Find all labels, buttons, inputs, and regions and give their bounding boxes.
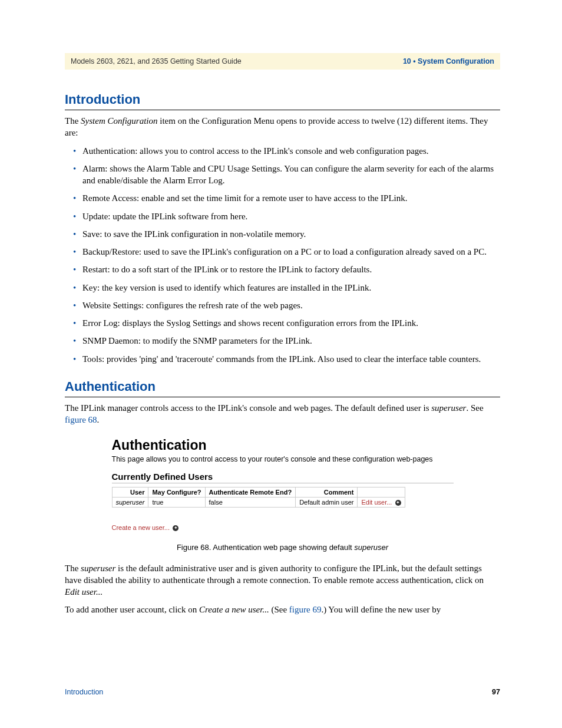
col-may-configure: May Configure?	[148, 487, 205, 497]
bullet-item: Save: to save the IPLink configuration i…	[73, 228, 500, 240]
auth-paragraph: The IPLink manager controls access to th…	[65, 402, 500, 426]
intro-rule	[65, 110, 500, 110]
bullet-item: Alarm: shows the Alarm Table and CPU Usa…	[73, 163, 500, 187]
create-new-user-link[interactable]: Create a new user... ✦	[112, 524, 179, 531]
col-user: User	[112, 487, 148, 497]
intro-paragraph: The System Configuration item on the Con…	[65, 115, 500, 139]
page-header: Models 2603, 2621, and 2635 Getting Star…	[65, 53, 500, 70]
bullet-item: Authentication: allows you to control ac…	[73, 145, 500, 157]
figure-69-link[interactable]: figure 69	[289, 605, 322, 614]
auth-heading: Authentication	[65, 379, 500, 394]
figure-section-title: Currently Defined Users	[112, 472, 454, 483]
post-paragraph-1: The superuser is the default administrat…	[65, 562, 500, 598]
footer-left: Introduction	[65, 688, 103, 696]
header-right: 10 • System Configuration	[403, 57, 494, 65]
bullet-item: Remote Access: enable and set the time l…	[73, 192, 500, 204]
bullet-item: Backup/Restore: used to save the IPLink'…	[73, 246, 500, 258]
gear-icon[interactable]: ✦	[395, 500, 401, 506]
bullet-item: Key: the key version is used to identify…	[73, 282, 500, 294]
figure-68-link[interactable]: figure 68	[65, 415, 97, 424]
header-left: Models 2603, 2621, and 2635 Getting Star…	[71, 57, 242, 65]
cell-auth-remote: false	[205, 497, 296, 507]
col-actions	[358, 487, 405, 497]
auth-rule	[65, 397, 500, 397]
cell-comment: Default admin user	[296, 497, 358, 507]
cell-user: superuser	[112, 497, 148, 507]
bullet-item: Restart: to do a soft start of the IPLin…	[73, 263, 500, 275]
col-auth-remote: Authenticate Remote End?	[205, 487, 296, 497]
table-header-row: User May Configure? Authenticate Remote …	[112, 487, 405, 497]
bullet-item: Website Settings: configures the refresh…	[73, 299, 500, 311]
bullet-item: SNMP Daemon: to modify the SNMP paramete…	[73, 335, 500, 347]
figure-title: Authentication	[112, 437, 454, 453]
cell-edit: Edit user... ✦	[358, 497, 405, 507]
intro-heading: Introduction	[65, 92, 500, 107]
footer-page-number: 97	[492, 688, 500, 696]
post-paragraph-2: To add another user account, click on Cr…	[65, 604, 500, 615]
page-footer: Introduction 97	[65, 688, 500, 696]
col-comment: Comment	[296, 487, 358, 497]
bullet-item: Update: update the IPLink software from …	[73, 210, 500, 222]
table-row: superuser true false Default admin user …	[112, 497, 405, 507]
figure-subtitle: This page allows you to control access t…	[112, 454, 454, 464]
intro-bullet-list: Authentication: allows you to control ac…	[73, 145, 500, 365]
edit-user-link[interactable]: Edit user...	[361, 499, 392, 506]
bullet-item: Error Log: displays the Syslog Settings …	[73, 317, 500, 329]
users-table: User May Configure? Authenticate Remote …	[112, 487, 405, 508]
figure-caption: Figure 68. Authentication web page showi…	[65, 543, 500, 552]
figure-68: Authentication This page allows you to c…	[112, 437, 454, 532]
gear-icon[interactable]: ✦	[173, 525, 178, 531]
bullet-item: Tools: provides 'ping' and 'traceroute' …	[73, 353, 500, 365]
cell-may-configure: true	[148, 497, 205, 507]
